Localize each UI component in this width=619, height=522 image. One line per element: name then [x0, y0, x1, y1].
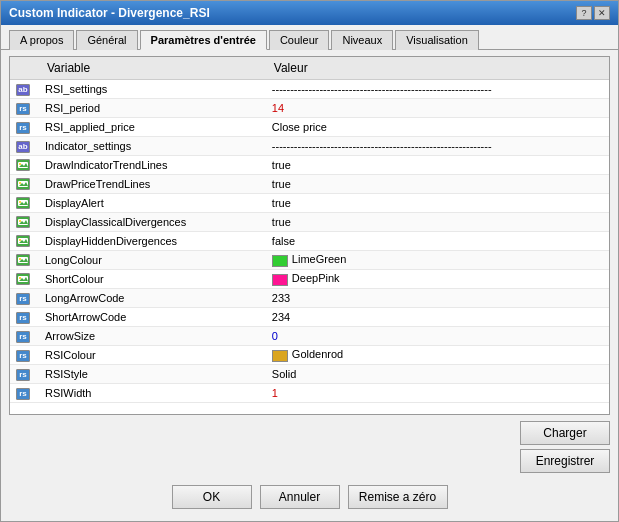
col-variable-header: Variable: [39, 57, 266, 80]
row-value[interactable]: 234: [266, 308, 609, 327]
row-value[interactable]: true: [266, 213, 609, 232]
table-row: rsRSIColourGoldenrod: [10, 346, 609, 365]
row-value[interactable]: LimeGreen: [266, 251, 609, 270]
row-variable-name: DrawIndicatorTrendLines: [39, 156, 266, 174]
var-type-icon: [16, 235, 30, 247]
table-row: rsLongArrowCode233: [10, 289, 609, 308]
row-icon-cell: [10, 156, 39, 175]
row-value[interactable]: true: [266, 175, 609, 194]
title-buttons: ? ✕: [576, 6, 610, 20]
row-icon-cell: rs: [10, 365, 39, 384]
row-value[interactable]: false: [266, 232, 609, 251]
row-icon-cell: rs: [10, 308, 39, 327]
row-variable-name: DisplayAlert: [39, 194, 266, 212]
row-icon-cell: [10, 232, 39, 251]
col-icon: [10, 57, 39, 80]
params-table-container: Variable Valeur abRSI_settings----------…: [9, 56, 610, 415]
row-variable-name: DisplayClassicalDivergences: [39, 213, 266, 231]
col-valeur-header: Valeur: [266, 57, 609, 80]
charger-button[interactable]: Charger: [520, 421, 610, 445]
table-row: DrawPriceTrendLinestrue: [10, 175, 609, 194]
var-type-icon: ab: [16, 84, 30, 96]
tab-apropos[interactable]: A propos: [9, 30, 74, 50]
row-variable-name: LongArrowCode: [39, 289, 266, 307]
var-type-icon: rs: [16, 369, 30, 381]
row-icon-cell: [10, 270, 39, 289]
row-value[interactable]: true: [266, 156, 609, 175]
var-type-icon: rs: [16, 293, 30, 305]
tab-visualisation[interactable]: Visualisation: [395, 30, 479, 50]
row-variable-name: ShortColour: [39, 270, 266, 288]
bottom-row: Charger Enregistrer: [9, 421, 610, 473]
row-variable-name: RSI_applied_price: [39, 118, 266, 136]
svg-point-7: [19, 182, 21, 184]
svg-point-15: [19, 220, 21, 222]
row-icon-cell: [10, 175, 39, 194]
content-area: Variable Valeur abRSI_settings----------…: [1, 49, 618, 521]
enregistrer-button[interactable]: Enregistrer: [520, 449, 610, 473]
row-value[interactable]: DeepPink: [266, 270, 609, 289]
row-value[interactable]: 0: [266, 327, 609, 346]
table-row: ShortColourDeepPink: [10, 270, 609, 289]
right-action-buttons: Charger Enregistrer: [520, 421, 610, 473]
row-variable-name: DisplayHiddenDivergences: [39, 232, 266, 250]
row-icon-cell: rs: [10, 99, 39, 118]
tab-params[interactable]: Paramètres d'entrée: [140, 30, 267, 50]
row-value[interactable]: Solid: [266, 365, 609, 384]
row-icon-cell: [10, 251, 39, 270]
row-value[interactable]: 14: [266, 99, 609, 118]
table-row: DisplayHiddenDivergencesfalse: [10, 232, 609, 251]
help-button[interactable]: ?: [576, 6, 592, 20]
window-title: Custom Indicator - Divergence_RSI: [9, 6, 210, 20]
row-icon-cell: ab: [10, 80, 39, 99]
svg-point-27: [19, 277, 21, 279]
var-type-icon: [16, 273, 30, 285]
annuler-button[interactable]: Annuler: [260, 485, 340, 509]
color-swatch: [272, 350, 288, 362]
row-variable-name: RSIStyle: [39, 365, 266, 383]
row-value[interactable]: Goldenrod: [266, 346, 609, 365]
row-value[interactable]: 233: [266, 289, 609, 308]
row-variable-name: LongColour: [39, 251, 266, 269]
color-swatch: [272, 274, 288, 286]
table-row: DisplayClassicalDivergencestrue: [10, 213, 609, 232]
var-type-icon: rs: [16, 388, 30, 400]
close-button[interactable]: ✕: [594, 6, 610, 20]
ok-button[interactable]: OK: [172, 485, 252, 509]
var-type-icon: rs: [16, 331, 30, 343]
tab-couleur[interactable]: Couleur: [269, 30, 330, 50]
row-value[interactable]: Close price: [266, 118, 609, 137]
row-icon-cell: rs: [10, 118, 39, 137]
row-variable-name: ArrowSize: [39, 327, 266, 345]
table-row: DrawIndicatorTrendLinestrue: [10, 156, 609, 175]
row-value[interactable]: 1: [266, 384, 609, 403]
table-row: rsRSI_period14: [10, 99, 609, 118]
bottom-buttons: OK Annuler Remise a zéro: [9, 479, 610, 513]
tab-niveaux[interactable]: Niveaux: [331, 30, 393, 50]
row-value[interactable]: ----------------------------------------…: [266, 80, 609, 99]
table-row: rsRSIWidth1: [10, 384, 609, 403]
row-icon-cell: rs: [10, 289, 39, 308]
tab-bar: A propos Général Paramètres d'entrée Cou…: [1, 25, 618, 49]
table-row: abIndicator_settings--------------------…: [10, 137, 609, 156]
row-value[interactable]: true: [266, 194, 609, 213]
var-type-icon: [16, 159, 30, 171]
row-variable-name: RSIColour: [39, 346, 266, 364]
params-table: Variable Valeur abRSI_settings----------…: [10, 57, 609, 403]
table-row: rsArrowSize0: [10, 327, 609, 346]
remise-button[interactable]: Remise a zéro: [348, 485, 448, 509]
title-bar: Custom Indicator - Divergence_RSI ? ✕: [1, 1, 618, 25]
color-swatch: [272, 255, 288, 267]
row-icon-cell: [10, 213, 39, 232]
svg-point-11: [19, 201, 21, 203]
tab-general[interactable]: Général: [76, 30, 137, 50]
var-type-icon: [16, 197, 30, 209]
svg-point-3: [19, 163, 21, 165]
row-icon-cell: [10, 194, 39, 213]
var-type-icon: [16, 254, 30, 266]
var-type-icon: [16, 216, 30, 228]
table-row: rsRSIStyleSolid: [10, 365, 609, 384]
table-row: rsRSI_applied_priceClose price: [10, 118, 609, 137]
row-icon-cell: rs: [10, 327, 39, 346]
row-value[interactable]: ----------------------------------------…: [266, 137, 609, 156]
